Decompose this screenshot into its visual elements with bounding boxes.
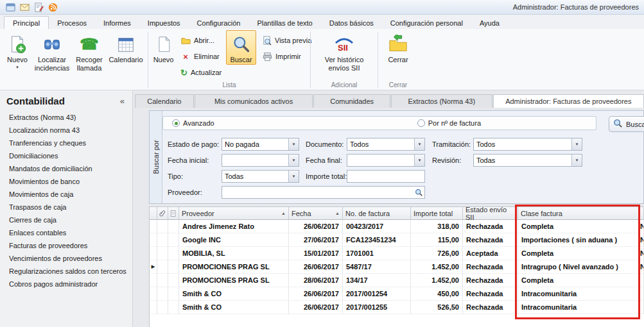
cell-importe[interactable]: 318,00 xyxy=(411,220,463,233)
radio-avanzado[interactable]: Avanzado xyxy=(172,119,214,127)
tipo-select[interactable]: Todas ▼ xyxy=(222,170,299,183)
vista-previa-button[interactable]: Vista previa xyxy=(259,35,309,46)
ver-historico-sii-button[interactable]: SII Ver histórico envíos SII xyxy=(319,30,369,72)
cell-no-factura[interactable]: 2017/001255 xyxy=(343,301,411,314)
sidebar-item-vencimientos[interactable]: Vencimientos de proveedores xyxy=(0,252,132,265)
nuevo-registro-button[interactable]: Nuevo xyxy=(150,30,177,65)
tab-comunidades[interactable]: Comunidades xyxy=(313,94,390,108)
cell-fecha[interactable]: 26/06/2017 xyxy=(289,287,343,301)
sidebar-item-movimientos-caja[interactable]: Movimientos de caja xyxy=(0,188,132,201)
buscar-panel-button[interactable]: Buscar xyxy=(609,116,644,132)
cell-no-factura[interactable]: 1701001 xyxy=(343,247,411,260)
tramitacion-select[interactable]: Todos ▼ xyxy=(473,138,582,151)
cell-clase-factura[interactable]: Intracomunitaria xyxy=(518,287,639,301)
sidebar-item-extractos[interactable]: Extractos (Norma 43) xyxy=(0,111,132,124)
revision-select[interactable]: Todas ▼ xyxy=(473,154,582,167)
attachment-column-header[interactable] xyxy=(157,207,168,220)
cell-clase-factura[interactable]: Completa xyxy=(518,274,639,287)
chevron-down-icon[interactable]: ▼ xyxy=(288,138,299,150)
cell-proveedor[interactable]: Smith & CO xyxy=(179,287,289,301)
menu-tab-plantillas[interactable]: Plantillas de texto xyxy=(248,17,320,29)
cell-status-icon[interactable] xyxy=(168,260,179,274)
table-row[interactable]: Smith & CO 26/06/2017 2017/001254 450,00… xyxy=(150,287,644,301)
cell-attachment[interactable] xyxy=(157,301,168,314)
app-icon[interactable] xyxy=(5,2,16,13)
sidebar-item-domiciliaciones[interactable]: Domiciliaciones xyxy=(0,149,132,162)
actualizar-button[interactable]: ↻ Actualizar xyxy=(177,67,225,78)
documento-select[interactable]: Todos ▼ xyxy=(347,138,425,151)
cell-fecha[interactable]: 28/06/2017 xyxy=(289,274,343,287)
cell-estado-sii[interactable]: Aceptada xyxy=(463,247,518,260)
eliminar-button[interactable]: × Eliminar xyxy=(177,51,225,62)
menu-tab-datos-basicos[interactable]: Datos básicos xyxy=(321,17,382,29)
cell-fecha[interactable]: 27/06/2017 xyxy=(289,233,343,247)
sidebar-item-localizacion-norma43[interactable]: Localización norma 43 xyxy=(0,124,132,137)
menu-tab-ayuda[interactable]: Ayuda xyxy=(471,17,508,29)
sidebar-item-regularizaciones[interactable]: Regularizaciones saldos con terceros xyxy=(0,265,132,278)
cell-proveedor[interactable]: Google INC xyxy=(179,233,289,247)
chevron-down-icon[interactable]: ▼ xyxy=(414,138,424,150)
cell-attachment[interactable] xyxy=(157,274,168,287)
cell-importe[interactable]: 115,00 xyxy=(411,233,463,247)
tab-facturas-proveedores[interactable]: Administrador: Facturas de proveedores xyxy=(493,94,644,108)
cell-fecha[interactable]: 26/06/2017 xyxy=(289,260,343,274)
cell-proveedor[interactable]: Andres Jimenez Rato xyxy=(179,220,289,233)
cell-clase-factura[interactable]: Completa xyxy=(518,220,639,233)
cell-no-factura[interactable]: 2017/001254 xyxy=(343,287,411,301)
menu-tab-procesos[interactable]: Procesos xyxy=(49,17,95,29)
cell-proveedor[interactable]: PROMOCIONES PRAG SL xyxy=(179,274,289,287)
cell-importe[interactable]: 1.452,00 xyxy=(411,274,463,287)
cell-proveedor[interactable]: Smith & CO xyxy=(179,301,289,314)
proveedor-input[interactable] xyxy=(222,186,425,199)
table-row[interactable]: Google INC 27/06/2017 FCA123451234 115,0… xyxy=(150,233,644,247)
cell-status-icon[interactable] xyxy=(168,233,179,247)
menu-tab-configuracion[interactable]: Configuración xyxy=(189,17,249,29)
sidebar-item-facturas-proveedores[interactable]: Facturas de proveedores xyxy=(0,239,132,252)
cell-status-icon[interactable] xyxy=(168,247,179,260)
cell-attachment[interactable] xyxy=(157,260,168,274)
column-header-clase-factura[interactable]: Clase factura xyxy=(518,207,639,220)
collapse-sidebar-icon[interactable]: « xyxy=(120,96,125,106)
cell-proveedor[interactable]: PROMOCIONES PRAG SL xyxy=(179,260,289,274)
sidebar-item-enlaces-contables[interactable]: Enlaces contables xyxy=(0,226,132,239)
menu-tab-informes[interactable]: Informes xyxy=(95,17,139,29)
chevron-down-icon[interactable]: ▼ xyxy=(571,155,582,166)
cell-no-factura[interactable]: 5487/17 xyxy=(343,260,411,274)
menu-tab-configuracion-personal[interactable]: Configuración personal xyxy=(382,17,471,29)
feed-icon[interactable] xyxy=(48,2,58,13)
menu-tab-principal[interactable]: Principal xyxy=(4,16,49,29)
cell-importe[interactable]: 1.452,00 xyxy=(411,260,463,274)
mail-icon[interactable] xyxy=(19,2,30,13)
sidebar-item-movimientos-banco[interactable]: Movimientos de banco xyxy=(0,175,132,188)
abrir-button[interactable]: Abrir... xyxy=(177,35,225,46)
chevron-down-icon[interactable]: ▼ xyxy=(288,155,299,166)
cell-no-factura[interactable]: 00423/2017 xyxy=(343,220,411,233)
cell-no-factura[interactable]: 134/17 xyxy=(343,274,411,287)
sidebar-item-cobros-pagos[interactable]: Cobros pagos administrador xyxy=(0,278,132,290)
cell-fecha[interactable]: 26/06/2017 xyxy=(289,301,343,314)
sidebar-item-transferencias[interactable]: Tranferencias y cheques xyxy=(0,137,132,149)
cell-no-factura[interactable]: FCA123451234 xyxy=(343,233,411,247)
document-status-column-header[interactable] xyxy=(168,207,179,220)
fecha-inicial-select[interactable]: ▼ xyxy=(222,154,299,167)
search-icon[interactable] xyxy=(413,187,424,198)
recoger-llamada-button[interactable]: ☎ Recoger llamada xyxy=(72,30,107,72)
chevron-down-icon[interactable]: ▼ xyxy=(288,171,299,182)
cell-status-icon[interactable] xyxy=(168,220,179,233)
cell-attachment[interactable] xyxy=(157,287,168,301)
table-row[interactable]: Smith & CO 26/06/2017 2017/001255 526,50… xyxy=(150,301,644,314)
cell-estado-sii[interactable]: Rechazada xyxy=(463,301,518,314)
calendario-button[interactable]: Calendario xyxy=(107,30,145,65)
fecha-final-select[interactable]: ▼ xyxy=(347,154,425,167)
cell-estado-sii[interactable]: Rechazada xyxy=(463,274,518,287)
nuevo-button[interactable]: Nuevo ▼ xyxy=(3,30,32,71)
tab-extractos[interactable]: Extractos (Norma 43) xyxy=(391,94,492,108)
cell-status-icon[interactable] xyxy=(168,301,179,314)
cell-attachment[interactable] xyxy=(157,247,168,260)
table-row[interactable]: Andres Jimenez Rato 26/06/2017 00423/201… xyxy=(150,220,644,233)
sidebar-item-traspasos-caja[interactable]: Traspasos de caja xyxy=(0,201,132,214)
chevron-down-icon[interactable]: ▼ xyxy=(414,155,424,166)
estado-de-pago-select[interactable]: No pagada ▼ xyxy=(222,138,299,151)
cell-status-icon[interactable] xyxy=(168,274,179,287)
table-row[interactable]: PROMOCIONES PRAG SL 28/06/2017 134/17 1.… xyxy=(150,274,644,287)
